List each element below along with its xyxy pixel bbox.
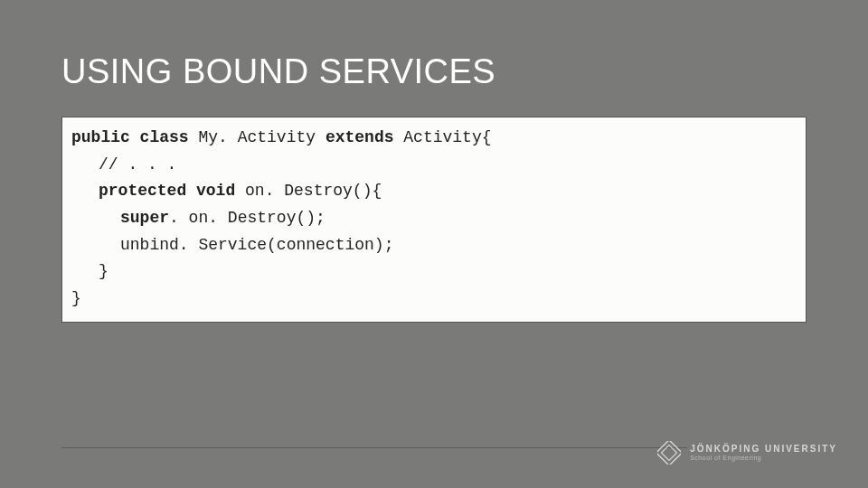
slide-title: USING BOUND SERVICES	[61, 52, 807, 91]
code-text: on. Destroy(){	[235, 182, 382, 200]
code-text: . on. Destroy();	[169, 209, 326, 227]
keyword: super	[120, 209, 169, 227]
slide: USING BOUND SERVICES public class My. Ac…	[0, 0, 868, 488]
footer-divider	[61, 447, 687, 448]
keyword: protected void	[99, 182, 235, 200]
code-line-4: super. on. Destroy();	[71, 205, 797, 232]
code-line-1: public class My. Activity extends Activi…	[71, 125, 797, 152]
code-line-2: // . . .	[71, 152, 797, 179]
logo-text: JÖNKÖPING UNIVERSITY School of Engineeri…	[690, 444, 837, 462]
logo-university-name: JÖNKÖPING UNIVERSITY	[690, 444, 837, 454]
university-logo: JÖNKÖPING UNIVERSITY School of Engineeri…	[657, 441, 837, 465]
code-line-3: protected void on. Destroy(){	[71, 178, 797, 205]
svg-rect-1	[662, 446, 677, 461]
code-line-6: }	[71, 258, 797, 286]
code-text: My. Activity	[198, 128, 325, 146]
code-block: public class My. Activity extends Activi…	[61, 117, 807, 323]
keyword: extends	[326, 128, 394, 146]
code-line-7: }	[71, 286, 797, 313]
logo-school-name: School of Engineering	[690, 455, 837, 462]
keyword: public class	[71, 128, 198, 146]
logo-icon	[657, 441, 681, 465]
code-text: Activity{	[394, 128, 492, 146]
code-line-5: unbind. Service(connection);	[71, 232, 797, 259]
